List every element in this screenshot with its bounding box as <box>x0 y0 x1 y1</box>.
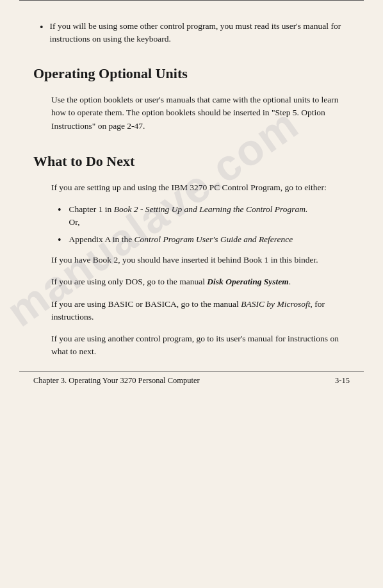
content-area: • If you will be using some other contro… <box>0 1 383 359</box>
bullet-dot-1: • <box>40 20 44 35</box>
italic-control-program: Control Program User's Guide and Referen… <box>134 234 293 244</box>
section2-heading: What to Do Next <box>33 153 350 170</box>
page: manualave.com • If you will be using som… <box>0 0 383 588</box>
bullet-text-2: Appendix A in the Control Program User's… <box>69 233 293 246</box>
bullet-dot-2: • <box>58 203 61 217</box>
section1-content: Use the option booklets or user's manual… <box>33 94 350 133</box>
para-basic: If you are using BASIC or BASICA, go to … <box>51 298 350 324</box>
footer-chapter: Chapter 3. Operating Your 3270 Personal … <box>33 376 200 386</box>
section2-bullets: • Chapter 1 in Book 2 - Setting Up and L… <box>58 203 350 247</box>
footer: Chapter 3. Operating Your 3270 Personal … <box>0 372 383 392</box>
para-book2: If you have Book 2, you should have inse… <box>51 254 350 266</box>
section2-intro: If you are setting up and using the IBM … <box>51 181 350 194</box>
top-bullet-section: • If you will be using some other contro… <box>33 20 350 45</box>
italic-dos: Disk Operating System <box>207 277 289 286</box>
italic-book2: Book 2 - Setting Up and Learning the Con… <box>114 204 308 214</box>
footer-page-number: 3-15 <box>335 376 350 386</box>
bullet-text-1: Chapter 1 in Book 2 - Setting Up and Lea… <box>69 203 308 229</box>
bullet-item-2: • Appendix A in the Control Program User… <box>58 233 350 247</box>
para-other: If you are using another control program… <box>51 332 350 359</box>
italic-basic: BASIC by Microsoft <box>241 299 310 309</box>
top-bullet-item: • If you will be using some other contro… <box>33 20 350 45</box>
section1-heading: Operating Optional Units <box>33 65 350 82</box>
section-optional-units: Operating Optional Units Use the option … <box>33 65 350 133</box>
top-bullet-text: If you will be using some other control … <box>50 20 350 45</box>
bullet-item-1: • Chapter 1 in Book 2 - Setting Up and L… <box>58 203 350 229</box>
section2-content: If you are setting up and using the IBM … <box>33 181 350 359</box>
section1-paragraph: Use the option booklets or user's manual… <box>51 94 350 133</box>
bullet-dot-3: • <box>58 233 61 247</box>
section-what-next: What to Do Next If you are setting up an… <box>33 153 350 359</box>
para-dos: If you are using only DOS, go to the man… <box>51 275 350 288</box>
